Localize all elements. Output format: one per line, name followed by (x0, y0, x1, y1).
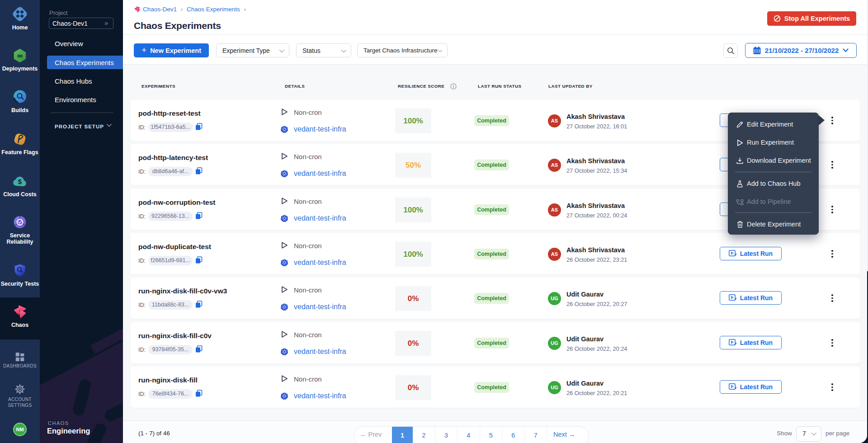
svg-text:$: $ (18, 178, 22, 185)
svg-text:∞: ∞ (17, 52, 23, 60)
